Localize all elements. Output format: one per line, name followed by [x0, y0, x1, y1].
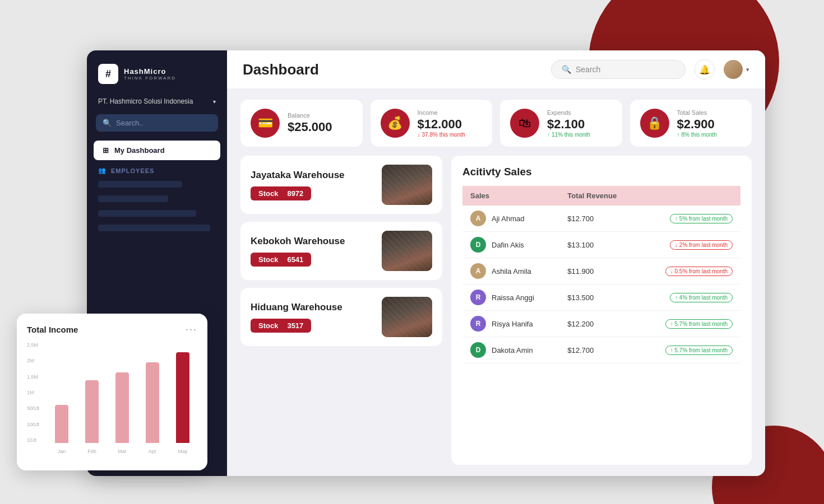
stat-label-totalsales: Total Sales [677, 109, 742, 116]
avatar-button[interactable]: ▾ [724, 60, 749, 79]
content-row: Jayataka Warehouse Stock 8972 Kebok [240, 156, 752, 465]
chart-bar [85, 380, 99, 443]
sidebar-item-dashboard[interactable]: ⊞ My Dashboard [94, 141, 220, 160]
table-row: R Raissa Anggi $13.500 ↑ 4% from last mo… [462, 284, 740, 311]
revenue-cell: $12.700 [559, 337, 639, 363]
chart-bar [55, 405, 68, 443]
revenue-cell: $13.500 [559, 284, 639, 311]
stat-change-expends: ↑11% this month [547, 132, 612, 138]
menu-placeholder-4 [98, 225, 210, 231]
logo-text: HashMicro THINK FORWARD [124, 67, 176, 81]
change-cell: ↓ 2% from last month [639, 232, 740, 258]
stock-badge-jayataka: Stock 8972 [251, 186, 311, 200]
chevron-down-icon: ▾ [746, 66, 749, 73]
stat-value-expends: $2.100 [547, 117, 612, 132]
search-input[interactable]: 🔍 Search [551, 60, 686, 79]
chart-bar-group [140, 342, 165, 443]
sales-cell: D Dakota Amin [462, 337, 559, 363]
table-row: A Aji Ahmad $12.700 ↑ 5% from last month [462, 206, 740, 232]
chart-bar-group [110, 342, 135, 443]
table-row: D Dafin Akis $13.100 ↓ 2% from last mont… [462, 232, 740, 258]
chevron-down-icon: ▾ [213, 99, 216, 105]
revenue-cell: $12.700 [559, 206, 639, 232]
change-cell: ↑ 4% from last month [639, 284, 740, 311]
main-content: Dashboard 🔍 Search 🔔 ▾ 💳 [227, 50, 765, 476]
stat-change-income: ↓37.8% this month [418, 132, 483, 138]
stat-card-balance: 💳 Balance $25.000 [240, 100, 363, 147]
revenue-cell: $11.900 [559, 258, 639, 284]
stat-value-balance: $25.000 [288, 120, 353, 134]
warehouse-name-kebokoh: Kebokoh Warehouse [251, 236, 345, 247]
stat-card-expends: 🛍 Expends $2.100 ↑11% this month [500, 100, 622, 147]
income-title: Total Income [27, 325, 78, 334]
activity-table: Sales Total Revenue A Aji Ahmad $12.700 [462, 186, 740, 363]
totalsales-icon: 🔒 [640, 109, 669, 138]
table-row: R Risya Hanifa $12.200 ↑ 5.7% from last … [462, 311, 740, 337]
stat-card-income: 💰 Income $12.000 ↓37.8% this month [371, 100, 493, 147]
activity-sales-card: Acitivty Sales Sales Total Revenue [451, 156, 752, 465]
x-label: Mar [110, 449, 135, 454]
chart-bar-group [49, 342, 74, 443]
sidebar-logo: # HashMicro THINK FORWARD [87, 50, 227, 93]
dashboard-body: 💳 Balance $25.000 💰 Income $12.000 ↓37.8… [227, 88, 765, 476]
change-cell: ↑ 5% from last month [639, 206, 740, 232]
change-cell: ↓ 0.5% from last month [639, 258, 740, 284]
x-label: Jan [49, 449, 74, 454]
income-card-header: Total Income ··· [27, 324, 197, 335]
stat-change-totalsales: ↑8% this month [677, 132, 742, 138]
warehouse-card-kebokoh: Kebokoh Warehouse Stock 6541 [240, 222, 442, 280]
header: Dashboard 🔍 Search 🔔 ▾ [227, 50, 765, 88]
y-label: 500Jt [27, 405, 45, 411]
chart-y-labels: 2,5M2M1,5M1M500Jt100Jt10Jt [27, 342, 45, 443]
chart-x-labels: JanFebMarAprMay [47, 449, 197, 454]
y-label: 2,5M [27, 342, 45, 348]
activity-title: Acitivty Sales [462, 166, 740, 178]
y-label: 10Jt [27, 437, 45, 443]
chart-bar [176, 352, 189, 443]
x-label: Apr [140, 449, 165, 454]
table-header-row: Sales Total Revenue [462, 186, 740, 206]
income-card: Total Income ··· 2,5M2M1,5M1M500Jt100Jt1… [17, 314, 207, 470]
grid-icon: ⊞ [103, 146, 109, 155]
logo-icon: # [98, 64, 118, 84]
warehouse-name-jayataka: Jayataka Warehouse [251, 170, 345, 181]
header-right: 🔍 Search 🔔 ▾ [551, 59, 749, 80]
more-button[interactable]: ··· [186, 324, 197, 335]
x-label: May [170, 449, 195, 454]
warehouse-name-hiduang: Hiduang Warehouse [251, 302, 342, 313]
warehouse-card-jayataka: Jayataka Warehouse Stock 8972 [240, 156, 442, 214]
notification-button[interactable]: 🔔 [695, 59, 715, 80]
menu-placeholder-3 [98, 210, 196, 217]
change-cell: ↑ 5.7% from last month [639, 337, 740, 363]
col-header-revenue: Total Revenue [559, 186, 639, 206]
sales-cell: R Risya Hanifa [462, 311, 559, 337]
chart-bar-group [170, 342, 195, 443]
sidebar-search-input[interactable]: 🔍 Search.. [96, 114, 218, 132]
stat-label-expends: Expends [547, 109, 612, 116]
stock-badge-kebokoh: Stock 6541 [251, 253, 311, 267]
warehouses-column: Jayataka Warehouse Stock 8972 Kebok [240, 156, 442, 465]
stat-card-totalsales: 🔒 Total Sales $2.900 ↑8% this month [630, 100, 752, 147]
users-icon: 👥 [98, 167, 107, 174]
sales-cell: A Aji Ahmad [462, 206, 559, 232]
col-header-sales: Sales [462, 186, 559, 206]
balance-icon: 💳 [251, 109, 280, 138]
change-cell: ↑ 5.7% from last month [639, 311, 740, 337]
chart-bar [146, 362, 159, 443]
y-label: 100Jt [27, 422, 45, 427]
y-label: 2M [27, 358, 45, 363]
revenue-cell: $12.200 [559, 311, 639, 337]
warehouse-image-hiduang [382, 297, 432, 337]
stat-value-income: $12.000 [418, 117, 483, 132]
stats-row: 💳 Balance $25.000 💰 Income $12.000 ↓37.8… [240, 100, 752, 147]
y-label: 1M [27, 390, 45, 395]
income-icon: 💰 [381, 109, 410, 138]
x-label: Feb [80, 449, 104, 454]
avatar [724, 60, 743, 79]
page-title: Dashboard [243, 61, 319, 78]
stat-label-balance: Balance [288, 112, 353, 119]
chart-area: 2,5M2M1,5M1M500Jt100Jt10Jt JanFebMarAprM… [27, 342, 197, 454]
y-label: 1,5M [27, 374, 45, 380]
stat-value-totalsales: $2.900 [677, 117, 742, 132]
company-selector[interactable]: PT. Hashmicro Solusi Indonesia ▾ [87, 93, 227, 114]
